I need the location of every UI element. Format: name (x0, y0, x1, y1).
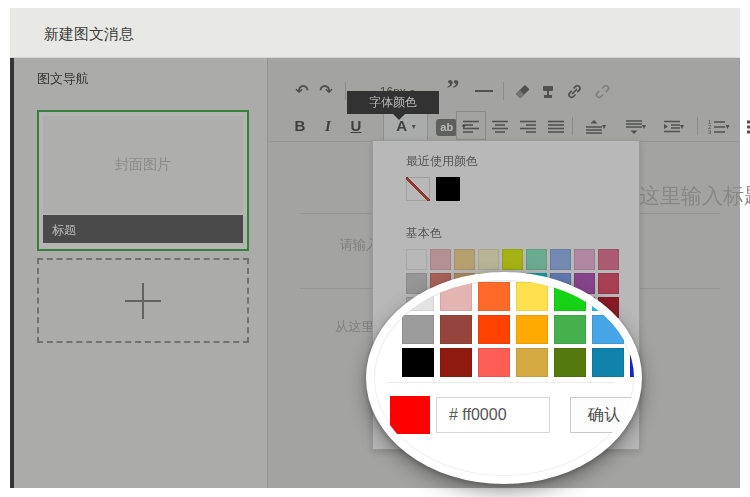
color-swatch[interactable] (516, 282, 548, 311)
color-swatch[interactable] (402, 348, 434, 377)
color-swatch[interactable] (478, 282, 510, 311)
unlink-icon[interactable] (591, 80, 613, 102)
color-swatch[interactable] (592, 315, 624, 344)
color-swatch[interactable] (526, 249, 547, 270)
color-swatch[interactable] (630, 348, 634, 377)
page-title: 新建图文消息 (44, 25, 134, 44)
color-swatch[interactable] (440, 348, 472, 377)
color-swatch[interactable] (440, 315, 472, 344)
color-swatch[interactable] (406, 249, 427, 270)
svg-text:3: 3 (708, 129, 712, 134)
bold-button[interactable]: B (291, 114, 309, 138)
add-article-button[interactable] (37, 258, 249, 343)
magnifier-lens: 确认 (366, 272, 642, 484)
link-icon[interactable] (563, 80, 585, 102)
line-height-button[interactable]: ▾ (580, 114, 612, 138)
color-swatch[interactable] (554, 315, 586, 344)
plus-icon (142, 283, 144, 319)
zoomed-confirm-button[interactable]: 确认 (570, 397, 634, 433)
recent-color-swatch[interactable] (436, 177, 460, 201)
color-swatch[interactable] (598, 249, 619, 270)
unordered-list-button[interactable] (739, 114, 750, 138)
ordered-list-button[interactable]: 123▾ (703, 114, 735, 138)
color-swatch[interactable] (478, 249, 499, 270)
color-swatch[interactable] (430, 249, 451, 270)
color-swatch[interactable] (402, 315, 434, 344)
chevron-down-icon: ▾ (680, 122, 684, 131)
sidebar-title: 图文导航 (37, 70, 89, 88)
color-swatch[interactable] (592, 348, 624, 377)
recent-colors-row (406, 177, 466, 201)
color-swatch[interactable] (478, 315, 510, 344)
new-article-dialog: 新建图文消息 图文导航 封面图片 标题 ↶ (0, 0, 750, 497)
color-swatch[interactable] (550, 249, 571, 270)
color-swatch[interactable] (574, 249, 595, 270)
zoomed-hex-color-input[interactable] (436, 397, 550, 433)
article-title-label: 标题 (52, 222, 76, 239)
horizontal-rule-icon[interactable] (475, 90, 493, 92)
editor-toolbar: ↶ ↷ 16px ▾ ” (269, 58, 740, 142)
color-swatch[interactable] (554, 348, 586, 377)
align-center-button[interactable] (490, 114, 510, 138)
recent-colors-label: 最近使用颜色 (406, 153, 478, 170)
paragraph-spacing-button[interactable]: ▾ (620, 114, 652, 138)
article-card-selected[interactable]: 封面图片 标题 (37, 110, 249, 251)
color-swatch[interactable] (598, 273, 619, 294)
undo-icon[interactable]: ↶ (291, 80, 313, 102)
align-justify-button[interactable] (546, 114, 566, 138)
blockquote-icon[interactable]: ” (441, 74, 465, 96)
color-swatch[interactable] (454, 249, 475, 270)
basic-colors-label: 基本色 (406, 225, 442, 242)
color-swatch[interactable] (440, 282, 472, 311)
format-brush-icon[interactable] (537, 80, 559, 102)
zoomed-panel-divider (388, 382, 614, 383)
italic-button[interactable]: I (319, 114, 337, 138)
cover-label: 封面图片 (43, 156, 243, 174)
article-title-bar: 标题 (43, 215, 243, 243)
color-swatch[interactable] (478, 348, 510, 377)
chevron-down-icon: ▾ (602, 122, 606, 131)
cover-image-placeholder[interactable]: 封面图片 (43, 116, 243, 213)
align-left-button[interactable] (461, 114, 481, 138)
no-color-swatch[interactable] (406, 177, 430, 201)
dialog-header: 新建图文消息 (10, 8, 740, 58)
color-swatch[interactable] (502, 249, 523, 270)
zoomed-color-preview-swatch (390, 396, 430, 434)
chevron-down-icon: ▾ (642, 122, 646, 131)
underline-button[interactable]: U (347, 114, 365, 138)
chevron-down-icon: ▾ (725, 122, 729, 131)
content-region: 图文导航 封面图片 标题 ↶ ↷ 16px (10, 58, 740, 488)
color-swatch[interactable] (516, 315, 548, 344)
font-color-tooltip: 字体颜色 (347, 91, 439, 114)
article-nav-sidebar: 图文导航 封面图片 标题 (14, 58, 268, 488)
indent-button[interactable]: ▾ (658, 114, 690, 138)
redo-icon[interactable]: ↷ (315, 80, 337, 102)
color-swatch[interactable] (516, 348, 548, 377)
align-right-button[interactable] (518, 114, 538, 138)
tooltip-text: 字体颜色 (369, 95, 417, 109)
eraser-icon[interactable] (511, 80, 533, 102)
magnifier-content: 确认 (374, 280, 634, 476)
chevron-down-icon: ▾ (412, 122, 416, 131)
